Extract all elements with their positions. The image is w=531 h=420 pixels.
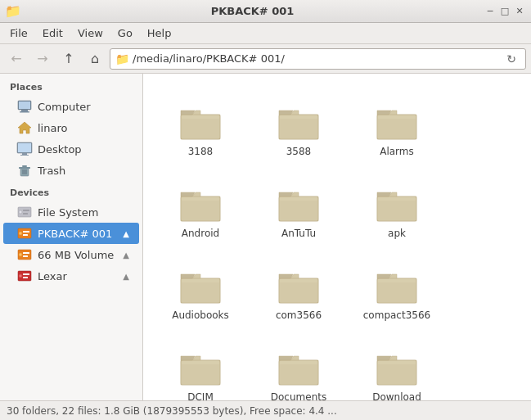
sidebar-item-computer[interactable]: Computer <box>3 96 139 117</box>
folder-icon <box>178 267 223 306</box>
folder-item[interactable]: apk <box>348 164 446 246</box>
folder-icon <box>374 267 420 306</box>
66mb-icon <box>16 246 33 263</box>
back-button[interactable]: ← <box>5 47 28 70</box>
svg-rect-10 <box>19 167 30 169</box>
sidebar-item-desktop[interactable]: Desktop <box>3 138 139 160</box>
folder-item[interactable]: AnTuTu <box>250 164 348 246</box>
sidebar-item-trash-label: Trash <box>38 165 133 177</box>
folder-label: Alarms <box>380 146 414 159</box>
title-bar-title: PKBACK# 001 <box>21 5 484 17</box>
sidebar-item-lexar-label: Lexar <box>38 270 115 282</box>
folder-label: Download <box>372 391 421 400</box>
folder-label: apk <box>388 228 406 241</box>
address-bar[interactable]: 📁 /media/linaro/PKBACK# 001/ ↻ <box>110 48 526 70</box>
folder-item[interactable]: Documents <box>250 327 348 400</box>
svg-rect-36 <box>378 115 416 119</box>
menu-go[interactable]: Go <box>111 25 139 41</box>
66mb-eject-button[interactable]: ▲ <box>119 248 133 261</box>
sidebar-item-desktop-label: Desktop <box>38 143 133 156</box>
menu-edit[interactable]: Edit <box>36 25 70 41</box>
status-bar: 30 folders, 22 files: 1.8 GiB (187939555… <box>0 400 531 420</box>
svg-rect-46 <box>280 279 317 282</box>
sidebar-item-66mb-label: 66 MB Volume <box>38 249 115 261</box>
folder-icon <box>276 349 322 388</box>
title-bar-icon: 📁 <box>5 3 21 19</box>
svg-point-20 <box>19 232 22 235</box>
folder-label: 3188 <box>188 146 214 159</box>
filesystem-icon <box>16 204 33 220</box>
folder-label: com3566 <box>276 309 322 323</box>
sidebar-item-lexar[interactable]: Lexar ▲ <box>3 265 139 287</box>
sidebar-item-pkback[interactable]: PKBACK# 001 ▲ <box>3 223 139 244</box>
lexar-eject-button[interactable]: ▲ <box>119 269 133 282</box>
sidebar-item-trash[interactable]: Trash <box>3 160 139 181</box>
folder-item[interactable]: Android <box>151 164 250 246</box>
menu-help[interactable]: Help <box>141 25 178 41</box>
folder-label: Android <box>182 228 219 241</box>
file-pane: 3188 3588 <box>143 74 531 400</box>
pkback-eject-button[interactable]: ▲ <box>119 227 133 240</box>
forward-button[interactable]: → <box>31 47 54 70</box>
folder-item[interactable]: 3188 <box>151 82 250 164</box>
home-button[interactable]: ⌂ <box>83 47 106 70</box>
svg-rect-42 <box>378 197 416 201</box>
close-button[interactable]: ✕ <box>513 5 526 18</box>
sidebar-item-filesystem[interactable]: File System <box>3 201 139 223</box>
svg-point-28 <box>19 274 22 278</box>
address-text: /media/linaro/PKBACK# 001/ <box>133 52 499 65</box>
menu-view[interactable]: View <box>71 25 110 41</box>
svg-rect-52 <box>280 361 317 364</box>
folder-icon <box>374 103 420 142</box>
folder-icon <box>276 267 322 306</box>
folder-label: compact3566 <box>363 309 430 323</box>
folder-item[interactable]: 3588 <box>250 82 348 164</box>
sidebar-item-filesystem-label: File System <box>38 206 133 219</box>
desktop-icon <box>16 141 33 157</box>
folder-label: DCIM <box>187 391 214 400</box>
sidebar-item-computer-label: Computer <box>38 101 133 113</box>
folder-item[interactable]: Download <box>348 327 446 400</box>
menu-bar: File Edit View Go Help <box>0 23 531 44</box>
folder-icon <box>276 103 322 142</box>
folder-item[interactable]: DCIM <box>151 327 250 400</box>
folder-item[interactable]: compact3566 <box>348 246 446 327</box>
folder-item[interactable]: Audiobooks <box>151 246 250 327</box>
sidebar-item-linaro[interactable]: linaro <box>3 117 139 138</box>
svg-rect-21 <box>23 231 29 233</box>
toolbar: ← → ↑ ⌂ 📁 /media/linaro/PKBACK# 001/ ↻ <box>0 44 531 74</box>
svg-rect-7 <box>20 155 29 156</box>
sidebar-item-66mb[interactable]: 66 MB Volume ▲ <box>3 244 139 265</box>
minimize-button[interactable]: − <box>484 5 497 18</box>
sidebar-item-linaro-label: linaro <box>38 122 133 134</box>
svg-rect-17 <box>23 210 29 211</box>
svg-point-16 <box>19 210 22 214</box>
svg-point-24 <box>19 253 22 256</box>
svg-rect-6 <box>22 153 27 155</box>
svg-rect-25 <box>23 252 29 254</box>
maximize-button[interactable]: □ <box>498 5 511 18</box>
svg-rect-48 <box>378 279 416 282</box>
folder-icon <box>178 349 223 388</box>
folder-icon <box>276 185 322 224</box>
lexar-icon <box>16 268 33 284</box>
menu-file[interactable]: File <box>3 25 34 41</box>
folder-label: AnTuTu <box>281 228 316 241</box>
sidebar: Places Computer linaro Desktop Trash <box>0 74 143 400</box>
svg-rect-50 <box>182 361 219 364</box>
svg-rect-54 <box>378 361 416 364</box>
folder-icon <box>374 185 420 224</box>
devices-section-title: Devices <box>0 186 142 201</box>
status-text: 30 folders, 22 files: 1.8 GiB (187939555… <box>7 405 337 417</box>
reload-button[interactable]: ↻ <box>502 50 520 68</box>
title-bar: 📁 PKBACK# 001 − □ ✕ <box>0 0 531 23</box>
up-button[interactable]: ↑ <box>57 47 80 70</box>
folder-item[interactable]: com3566 <box>250 246 348 327</box>
computer-icon <box>16 98 33 115</box>
svg-rect-3 <box>19 102 30 109</box>
svg-rect-44 <box>182 279 219 282</box>
sidebar-item-pkback-label: PKBACK# 001 <box>38 228 115 240</box>
svg-rect-11 <box>22 165 27 167</box>
folder-item[interactable]: Alarms <box>348 82 446 164</box>
svg-rect-38 <box>182 197 219 201</box>
